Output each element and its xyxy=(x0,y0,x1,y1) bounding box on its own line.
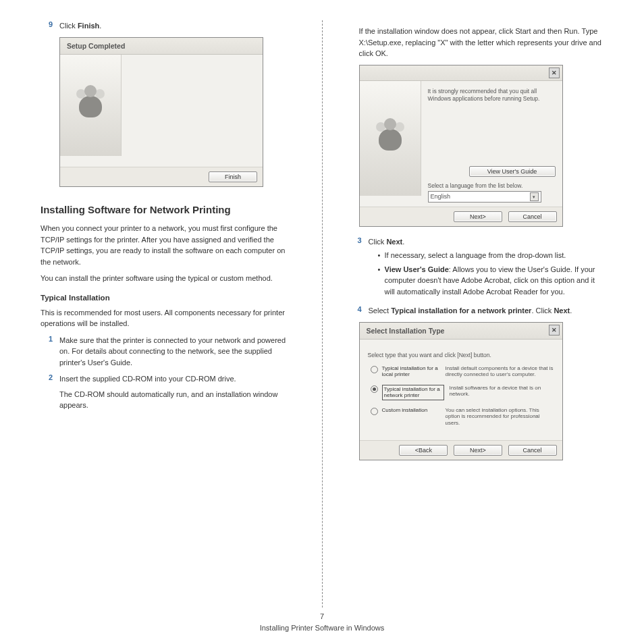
right-column: If the installation window does not appe… xyxy=(350,20,604,608)
close-icon[interactable]: ✕ xyxy=(549,325,560,336)
paragraph: If the installation window does not appe… xyxy=(359,26,604,59)
finish-button[interactable]: Finish xyxy=(209,171,257,182)
next-button[interactable]: Next> xyxy=(454,445,502,456)
button-row: <Back Next> Cancel xyxy=(360,440,562,460)
chevron-down-icon: ▾ xyxy=(530,192,539,201)
t: Start xyxy=(515,27,531,35)
step-number: 1 xyxy=(41,335,53,343)
step-text: Select Typical installation for a networ… xyxy=(369,305,604,317)
column-divider xyxy=(322,20,323,608)
step-number: 4 xyxy=(350,305,362,313)
step-text: Make sure that the printer is connected … xyxy=(59,335,295,369)
t: . Click xyxy=(531,306,554,315)
bullet-dot: • xyxy=(378,264,385,298)
page-footer: 7 Installing Printer Software in Windows xyxy=(0,611,644,633)
t: The CD-ROM should automatically run, and… xyxy=(59,389,295,411)
button-row: Next> Cancel xyxy=(360,207,562,226)
step-9: 9 Click Finish. xyxy=(41,20,295,32)
t: Select xyxy=(369,306,392,315)
t: OK xyxy=(375,49,386,57)
t: , replacing " xyxy=(402,38,441,47)
t: Next xyxy=(554,306,570,315)
t: Typical installation for a network print… xyxy=(391,306,531,315)
wizard-title: Select Installation Type ✕ xyxy=(360,323,562,340)
step-4: 4 Select Typical installation for a netw… xyxy=(350,305,604,317)
option-custom[interactable]: Custom installation You can select insta… xyxy=(368,407,554,427)
bullet-text: If necessary, select a language from the… xyxy=(385,250,566,261)
step-text: Insert the supplied CD-ROM into your CD-… xyxy=(59,373,295,411)
wizard-hint: Select type that you want and click [Nex… xyxy=(368,352,554,358)
paragraph: When you connect your printer to a netwo… xyxy=(41,223,295,267)
wizard-body: It is strongly recommended that you quit… xyxy=(360,81,562,207)
option-label: Typical installation for a local printer xyxy=(382,365,440,378)
t: . xyxy=(99,22,101,30)
t: X:\Setup.exe xyxy=(359,38,402,47)
t: Next xyxy=(386,238,402,246)
footer-caption: Installing Printer Software in Windows xyxy=(0,622,644,634)
cancel-button[interactable]: Cancel xyxy=(508,211,557,222)
radio-icon xyxy=(371,385,378,393)
view-guide-button[interactable]: View User's Guide xyxy=(469,166,556,177)
column-layout: 9 Click Finish. Setup Completed xyxy=(41,20,603,608)
option-network[interactable]: Typical installation for a network print… xyxy=(368,385,554,400)
wizard-body xyxy=(60,55,263,167)
t: Run xyxy=(564,27,577,35)
wizard-main: It is strongly recommended that you quit… xyxy=(421,81,562,207)
section-heading: Installing Software for Network Printing xyxy=(41,203,295,217)
button-row: Finish xyxy=(60,167,263,186)
t: . xyxy=(386,49,388,57)
wizard-setup-completed: Setup Completed Finish xyxy=(59,37,263,187)
t: . xyxy=(570,306,572,315)
wizard-install-type: Select Installation Type ✕ Select type t… xyxy=(359,322,563,460)
t: If the installation window does not appe… xyxy=(359,27,516,35)
next-button[interactable]: Next> xyxy=(454,211,502,222)
paragraph: This is recommended for most users. All … xyxy=(41,307,295,329)
language-value: English xyxy=(431,193,451,200)
wizard-sidebar xyxy=(60,55,122,156)
language-label: Select a language from the list below. xyxy=(428,182,556,189)
step-number: 3 xyxy=(350,236,362,244)
t: Insert the supplied CD-ROM into your CD-… xyxy=(59,373,295,385)
paragraph: You can install the printer software usi… xyxy=(41,273,295,284)
step-number: 9 xyxy=(41,20,53,28)
wizard-content: Select type that you want and click [Nex… xyxy=(360,340,562,440)
language-select[interactable]: English ▾ xyxy=(428,191,541,203)
bullet: • If necessary, select a language from t… xyxy=(378,250,604,261)
step-3: 3 Click Next. • If necessary, select a l… xyxy=(350,236,604,300)
option-label: Custom installation xyxy=(382,407,440,414)
guide-row: View User's Guide xyxy=(428,166,556,177)
radio-icon xyxy=(371,366,378,373)
radio-icon xyxy=(371,408,378,415)
page-number: 7 xyxy=(0,611,644,622)
wizard-title: Setup Completed xyxy=(60,38,263,55)
option-desc: Install default components for a device … xyxy=(440,365,554,378)
t: . Type xyxy=(578,27,598,35)
wizard-titlebar: ✕ xyxy=(360,65,562,81)
close-icon[interactable]: ✕ xyxy=(549,68,560,78)
language-row: Select a language from the list below. E… xyxy=(428,182,556,203)
step-text: Click Next. • If necessary, select a lan… xyxy=(369,236,604,300)
wizard-main xyxy=(122,55,263,167)
back-button[interactable]: <Back xyxy=(399,445,448,456)
step-number: 2 xyxy=(41,373,53,381)
option-desc: You can select installation options. Thi… xyxy=(440,407,554,427)
left-column: 9 Click Finish. Setup Completed xyxy=(41,20,295,608)
wizard-title-text: Select Installation Type xyxy=(367,327,445,335)
step-1: 1 Make sure that the printer is connecte… xyxy=(41,335,295,369)
option-local[interactable]: Typical installation for a local printer… xyxy=(368,365,554,378)
people-icon xyxy=(74,85,107,126)
bullet: • View User's Guide: Allows you to view … xyxy=(378,264,604,298)
bullet-dot: • xyxy=(378,250,385,261)
t: View User's Guide xyxy=(385,265,449,273)
t: . xyxy=(402,238,404,246)
cancel-button[interactable]: Cancel xyxy=(508,445,557,456)
people-icon xyxy=(373,118,407,159)
wizard-message: It is strongly recommended that you quit… xyxy=(428,88,556,103)
t: Click xyxy=(369,238,387,246)
bullet-text: View User's Guide: Allows you to view th… xyxy=(385,264,604,298)
t: Finish xyxy=(78,22,99,30)
wizard-sidebar xyxy=(360,81,421,196)
step-2: 2 Insert the supplied CD-ROM into your C… xyxy=(41,373,295,411)
option-desc: Install softwares for a device that is o… xyxy=(444,385,554,398)
option-label: Typical installation for a network print… xyxy=(382,385,444,400)
